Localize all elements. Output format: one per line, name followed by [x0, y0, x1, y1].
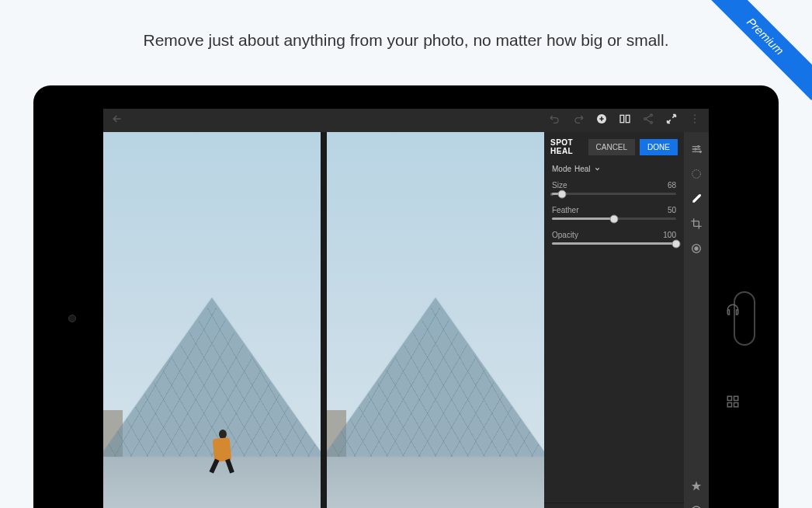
svg-point-8 [644, 118, 647, 120]
svg-point-15 [698, 146, 699, 148]
opacity-value: 100 [663, 231, 676, 239]
mode-value: Heal [574, 165, 591, 173]
windows-icon [726, 395, 740, 409]
svg-rect-6 [626, 115, 630, 122]
svg-rect-2 [727, 403, 731, 407]
topbar [103, 109, 709, 132]
svg-point-17 [699, 151, 701, 152]
before-image [103, 132, 321, 508]
svg-rect-3 [734, 403, 738, 407]
compare-icon[interactable] [619, 113, 631, 128]
heal-brush-icon[interactable] [687, 190, 706, 208]
blemish-icon[interactable] [687, 239, 706, 258]
headphone-icon [726, 303, 740, 317]
svg-point-12 [694, 122, 696, 124]
premium-ribbon: Premium [696, 0, 812, 117]
sliders-icon[interactable] [687, 140, 706, 158]
mode-label: Mode [552, 165, 571, 173]
add-icon[interactable] [595, 113, 608, 128]
info-icon[interactable] [687, 502, 706, 508]
share-icon[interactable] [642, 113, 654, 128]
size-slider[interactable]: Size68 [544, 176, 684, 201]
svg-rect-5 [620, 115, 624, 122]
app-screen: SPOT HEAL CANCEL DONE Mode Heal Size68 F… [103, 109, 709, 508]
size-value: 68 [668, 181, 676, 190]
tablet-camera [68, 315, 76, 322]
back-icon[interactable] [111, 113, 123, 128]
svg-point-11 [694, 118, 696, 120]
crop-icon[interactable] [687, 214, 706, 233]
opacity-slider[interactable]: Opacity100 [544, 226, 684, 251]
heal-panel: SPOT HEAL CANCEL DONE Mode Heal Size68 F… [544, 132, 684, 508]
redo-icon[interactable] [572, 113, 585, 128]
svg-point-9 [651, 121, 653, 124]
headline: Remove just about anything from your pho… [0, 0, 812, 73]
undo-icon[interactable] [549, 113, 561, 128]
svg-rect-1 [734, 396, 738, 400]
feather-value: 50 [668, 206, 676, 214]
fullscreen-icon[interactable] [665, 113, 678, 128]
tablet-side-icons [726, 303, 740, 409]
tool-rail [684, 132, 709, 508]
after-image [327, 132, 544, 508]
svg-point-7 [651, 114, 653, 117]
size-label: Size [552, 181, 567, 190]
svg-point-20 [695, 247, 698, 250]
feather-slider[interactable]: Feather50 [544, 201, 684, 226]
opacity-label: Opacity [552, 231, 578, 239]
chevron-down-icon [594, 165, 601, 172]
panel-title: SPOT HEAL [550, 138, 584, 155]
cancel-button[interactable]: CANCEL [588, 139, 636, 155]
svg-point-18 [692, 170, 701, 179]
main-area: SPOT HEAL CANCEL DONE Mode Heal Size68 F… [103, 132, 709, 508]
aperture-icon[interactable] [687, 165, 706, 183]
done-button[interactable]: DONE [640, 139, 678, 155]
tablet-frame: SPOT HEAL CANCEL DONE Mode Heal Size68 F… [33, 85, 779, 508]
star-icon[interactable] [687, 477, 706, 496]
premium-ribbon-label: Premium [702, 0, 812, 100]
feather-label: Feather [552, 206, 578, 214]
image-canvas[interactable] [103, 132, 544, 508]
svg-rect-0 [727, 396, 731, 400]
svg-point-16 [695, 148, 696, 150]
mode-selector[interactable]: Mode Heal [544, 162, 684, 176]
